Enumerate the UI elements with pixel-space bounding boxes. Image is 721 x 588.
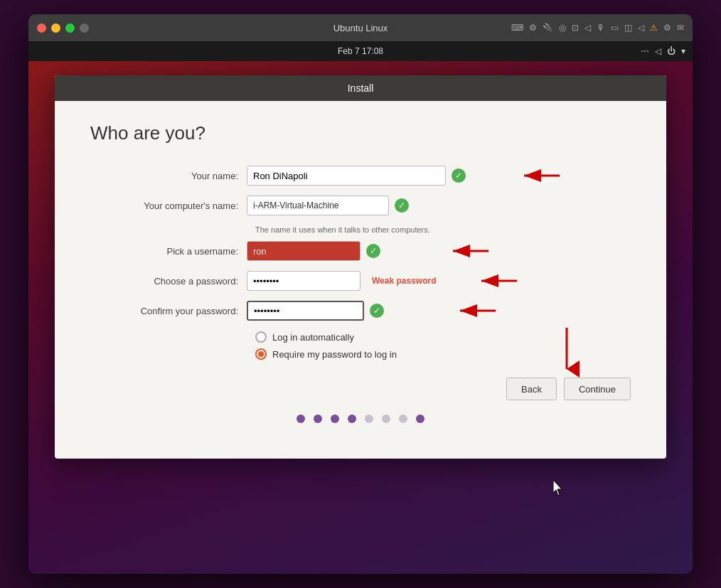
headphone-icon: ◎ (559, 23, 566, 33)
password-login-label: Require my password to log in (272, 349, 397, 360)
computer-name-label: Your computer's name: (90, 201, 247, 211)
warning-icon: ⚠ (650, 23, 658, 33)
computer-name-hint: The name it uses when it talks to other … (255, 225, 631, 234)
speaker-icon: ◁ (655, 46, 661, 56)
confirm-password-row: Confirm your password: ✓ (90, 301, 631, 321)
progress-dot-7 (399, 415, 407, 423)
weak-password-badge: Weak password (372, 276, 436, 286)
dialog-title-bar: Install (55, 75, 666, 101)
auto-login-radio[interactable] (255, 331, 267, 343)
progress-dots (90, 400, 631, 430)
password-arrow (474, 270, 531, 292)
gear-icon: ⚙ (663, 23, 671, 33)
your-name-row: Your name: ✓ (90, 166, 631, 186)
usb-icon: 🔌 (543, 23, 553, 33)
computer-name-row: Your computer's name: ✓ (90, 196, 631, 215)
computer-name-check-icon: ✓ (395, 198, 409, 213)
progress-dot-2 (314, 415, 322, 423)
arrow-icon: ◁ (638, 23, 644, 33)
username-input[interactable] (247, 241, 360, 261)
desktop-background: Install Who are you? Your name: ✓ (28, 61, 693, 574)
progress-dot-6 (382, 415, 390, 423)
progress-dot-1 (297, 415, 305, 423)
system-bar: Feb 7 17:08 ⋯ ◁ ⏻ ▾ (28, 41, 693, 61)
datetime-display: Feb 7 17:08 (338, 46, 383, 56)
dialog-content: Who are you? Your name: ✓ (55, 101, 666, 459)
fullscreen-button[interactable] (65, 23, 75, 33)
your-name-input[interactable] (247, 166, 446, 186)
username-field-wrap: ✓ (247, 241, 631, 261)
email-icon: ✉ (677, 23, 684, 33)
extra-button (80, 23, 89, 33)
monitor-icon: ▭ (611, 23, 619, 33)
keyboard-icon: ⌨ (511, 23, 523, 33)
password-login-radio[interactable] (255, 348, 267, 360)
back-button[interactable]: Back (506, 378, 557, 400)
your-name-field-wrap: ✓ (247, 166, 631, 186)
title-bar: Ubuntu Linux ⌨ ⚙ 🔌 ◎ ⊡ ◁ 🎙 ▭ ◫ ◁ ⚠ ⚙ ✉ (28, 14, 693, 41)
your-name-check-icon: ✓ (452, 169, 466, 183)
main-window: Ubuntu Linux ⌨ ⚙ 🔌 ◎ ⊡ ◁ 🎙 ▭ ◫ ◁ ⚠ ⚙ ✉ F… (28, 14, 693, 574)
password-field-wrap: Weak password (247, 271, 631, 291)
computer-name-input[interactable] (247, 196, 389, 215)
continue-arrow (545, 321, 588, 378)
title-bar-icons: ⌨ ⚙ 🔌 ◎ ⊡ ◁ 🎙 ▭ ◫ ◁ ⚠ ⚙ ✉ (511, 23, 684, 33)
display-icon: ⊡ (572, 23, 579, 33)
camera-icon: ◫ (624, 23, 632, 33)
traffic-lights (37, 23, 89, 33)
username-arrow (446, 240, 503, 262)
buttons-row: Back Continue (90, 378, 631, 400)
system-tray: ⋯ ◁ ⏻ ▾ (641, 46, 685, 56)
your-name-label: Your name: (90, 171, 247, 181)
username-row: Pick a username: ✓ (90, 241, 631, 261)
progress-dot-8 (416, 415, 424, 423)
auto-login-label: Log in automatically (272, 332, 354, 343)
password-label: Choose a password: (90, 276, 247, 287)
settings-icon: ⚙ (529, 23, 537, 33)
window-title: Ubuntu Linux (333, 23, 388, 33)
your-name-arrow (517, 165, 574, 186)
password-input[interactable] (247, 271, 360, 291)
progress-dot-4 (348, 415, 356, 423)
volume-icon: ◁ (584, 23, 591, 33)
page-heading: Who are you? (90, 122, 631, 144)
mic-icon: 🎙 (597, 23, 605, 33)
progress-dot-3 (331, 415, 339, 423)
confirm-password-arrow (453, 300, 510, 321)
minimize-button[interactable] (51, 23, 60, 33)
dropdown-icon[interactable]: ▾ (681, 46, 685, 56)
close-button[interactable] (37, 23, 46, 33)
power-icon: ⏻ (667, 46, 675, 56)
confirm-password-label: Confirm your password: (90, 306, 247, 316)
computer-name-field-wrap: ✓ (247, 196, 631, 215)
password-row: Choose a password: Weak password (90, 271, 631, 291)
username-label: Pick a username: (90, 246, 247, 257)
svg-marker-14 (553, 480, 562, 496)
dialog-title: Install (348, 82, 374, 94)
confirm-password-input[interactable] (247, 301, 364, 321)
install-dialog: Install Who are you? Your name: ✓ (55, 75, 666, 459)
username-check-icon: ✓ (366, 244, 380, 258)
confirm-password-check-icon: ✓ (370, 304, 384, 318)
confirm-password-field-wrap: ✓ (247, 301, 631, 321)
progress-dot-5 (365, 415, 373, 423)
mouse-cursor (553, 480, 565, 496)
continue-button[interactable]: Continue (564, 378, 631, 400)
network-icon: ⋯ (641, 46, 649, 56)
